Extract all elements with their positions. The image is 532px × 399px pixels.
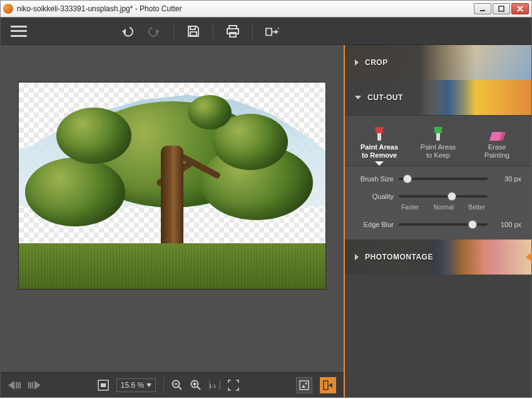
brush-size-value: 30 px bbox=[493, 175, 521, 183]
svg-marker-29 bbox=[329, 383, 332, 388]
tool-label: Erase bbox=[488, 143, 506, 151]
apply-button[interactable] bbox=[320, 377, 336, 393]
svg-rect-1 bbox=[499, 6, 504, 11]
slider-thumb[interactable] bbox=[469, 221, 476, 228]
paint-keep-tool[interactable]: Paint Areasto Keep bbox=[411, 124, 466, 159]
chevron-right-icon bbox=[355, 254, 359, 260]
save-button[interactable] bbox=[187, 24, 200, 38]
window-title: niko-soikkeli-333391-unsplash.jpg* - Pho… bbox=[17, 4, 182, 13]
zoom-value: 15.6 % bbox=[121, 381, 144, 390]
prev-image-button[interactable] bbox=[8, 381, 21, 390]
print-button[interactable] bbox=[226, 24, 240, 38]
eraser-icon bbox=[489, 132, 505, 141]
menu-button[interactable] bbox=[11, 26, 27, 37]
svg-rect-6 bbox=[190, 26, 195, 29]
edge-blur-value: 100 px bbox=[493, 221, 521, 228]
canvas-viewport[interactable] bbox=[1, 45, 344, 372]
fit-window-button[interactable] bbox=[228, 380, 239, 391]
app-icon bbox=[3, 4, 13, 14]
svg-rect-11 bbox=[266, 28, 272, 35]
svg-rect-25 bbox=[300, 381, 309, 390]
edge-blur-slider[interactable] bbox=[399, 223, 488, 226]
brush-size-label: Brush Size bbox=[355, 175, 394, 183]
photomontage-label: PHOTOMONTAGE bbox=[365, 253, 433, 261]
toolbar-separator bbox=[213, 24, 213, 39]
marker-red-icon bbox=[375, 127, 384, 141]
cutout-header[interactable]: CUT-OUT bbox=[345, 80, 531, 115]
svg-line-21 bbox=[197, 386, 200, 390]
tool-label: Paint Areas bbox=[361, 143, 398, 151]
svg-point-27 bbox=[305, 382, 307, 384]
svg-marker-13 bbox=[278, 27, 279, 29]
chevron-right-icon bbox=[355, 59, 359, 66]
quality-tick-mid: Normal bbox=[434, 204, 454, 211]
slider-thumb[interactable] bbox=[448, 193, 456, 200]
quality-tick-low: Faster bbox=[401, 204, 419, 211]
svg-line-18 bbox=[178, 386, 182, 390]
right-panel: CROP CUT-OUT Paint Areasto Remove Paint … bbox=[344, 45, 531, 397]
window-maximize-button[interactable] bbox=[493, 3, 510, 14]
photomontage-header[interactable]: PHOTOMONTAGE bbox=[345, 240, 531, 275]
crop-label: CROP bbox=[365, 58, 388, 67]
app-shell: 15.6 % 1:1 bbox=[0, 18, 532, 398]
main-toolbar bbox=[1, 18, 531, 45]
cutout-label: CUT-OUT bbox=[367, 93, 403, 102]
svg-marker-26 bbox=[302, 385, 305, 388]
paint-remove-tool[interactable]: Paint Areasto Remove bbox=[352, 124, 407, 159]
photomontage-section: PHOTOMONTAGE bbox=[345, 240, 531, 275]
tool-label: to Keep bbox=[426, 151, 450, 159]
cutout-tools: Paint Areasto Remove Paint Areasto Keep … bbox=[345, 115, 531, 166]
brush-size-slider[interactable] bbox=[399, 178, 488, 180]
crop-header[interactable]: CROP bbox=[345, 45, 531, 80]
brush-size-row: Brush Size 30 px bbox=[355, 175, 521, 183]
tool-label: Painting bbox=[484, 151, 509, 159]
compare-button[interactable] bbox=[296, 377, 312, 393]
zoom-level-box[interactable]: 15.6 % bbox=[116, 378, 156, 392]
svg-marker-12 bbox=[275, 29, 279, 34]
status-bar: 15.6 % 1:1 bbox=[1, 372, 344, 397]
edge-blur-row: Edge Blur 100 px bbox=[355, 221, 521, 228]
chevron-down-icon bbox=[355, 96, 361, 99]
cutout-sliders: Brush Size 30 px Quality Faster Normal bbox=[345, 166, 531, 240]
zoom-in-button[interactable] bbox=[190, 380, 202, 391]
quality-slider[interactable] bbox=[399, 195, 488, 198]
marker-green-icon bbox=[434, 127, 442, 141]
actual-size-button[interactable]: 1:1 bbox=[209, 380, 220, 391]
toolbar-separator bbox=[173, 24, 174, 39]
zoom-out-button[interactable] bbox=[171, 380, 183, 391]
svg-marker-16 bbox=[146, 383, 151, 387]
image-canvas[interactable] bbox=[19, 83, 325, 289]
svg-text:1:1: 1:1 bbox=[209, 383, 217, 388]
canvas-area: 15.6 % 1:1 bbox=[1, 45, 344, 397]
cutout-section: CUT-OUT Paint Areasto Remove Paint Areas… bbox=[345, 80, 531, 240]
quality-label: Quality bbox=[355, 193, 394, 200]
tool-label: Paint Areas bbox=[421, 143, 456, 151]
quality-row: Quality bbox=[355, 193, 521, 200]
window-close-button[interactable] bbox=[511, 3, 529, 14]
edge-blur-label: Edge Blur bbox=[355, 221, 394, 228]
svg-rect-28 bbox=[324, 381, 328, 390]
window-minimize-button[interactable] bbox=[474, 3, 491, 14]
fit-screen-icon[interactable] bbox=[98, 380, 109, 391]
redo-button[interactable] bbox=[147, 24, 161, 38]
window-titlebar: niko-soikkeli-333391-unsplash.jpg* - Pho… bbox=[0, 0, 532, 18]
toolbar-separator bbox=[252, 24, 253, 39]
edited-image bbox=[19, 83, 325, 289]
erase-painting-tool[interactable]: ErasePainting bbox=[469, 124, 524, 159]
expand-arrow-icon bbox=[526, 252, 532, 262]
quality-ticks: Faster Normal Better bbox=[355, 204, 521, 211]
export-button[interactable] bbox=[265, 24, 279, 38]
undo-button[interactable] bbox=[121, 24, 135, 38]
svg-rect-15 bbox=[101, 383, 106, 387]
tool-label: to Remove bbox=[362, 151, 397, 159]
svg-rect-7 bbox=[190, 32, 197, 36]
crop-section: CROP bbox=[345, 45, 531, 80]
chevron-down-icon bbox=[146, 383, 151, 387]
next-image-button[interactable] bbox=[28, 381, 41, 390]
statusbar-separator bbox=[163, 378, 164, 393]
quality-tick-high: Better bbox=[468, 204, 485, 211]
slider-thumb[interactable] bbox=[404, 175, 411, 183]
